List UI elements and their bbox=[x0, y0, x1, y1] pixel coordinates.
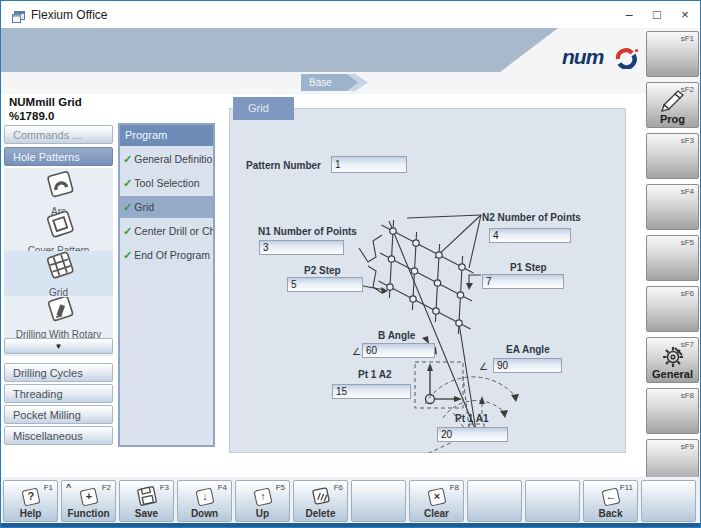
b-angle-input[interactable]: 60 bbox=[362, 343, 435, 358]
b-angle-label: B Angle bbox=[378, 330, 415, 341]
down-button[interactable]: F4 ↓ Down bbox=[177, 480, 232, 522]
arrow-down-icon: ↓ bbox=[195, 488, 214, 507]
delete-button[interactable]: F6 Delete bbox=[293, 480, 348, 522]
help-button[interactable]: F1 ? Help bbox=[3, 480, 58, 522]
check-icon: ✓ bbox=[123, 153, 132, 165]
minimize-icon[interactable]: – bbox=[615, 1, 643, 28]
pattern-number-label: Pattern Number bbox=[246, 160, 321, 171]
ea-angle-label: EA Angle bbox=[506, 344, 550, 355]
program-step-end-of-program[interactable]: ✓End Of Program bbox=[120, 244, 213, 266]
hole-patterns-button[interactable]: Hole Patterns bbox=[4, 147, 113, 166]
pattern-arc[interactable]: Arc bbox=[4, 170, 113, 216]
program-step-center-drill[interactable]: ✓Center Drill or Ch bbox=[120, 220, 213, 242]
eraser-icon bbox=[294, 486, 347, 506]
program-step-grid[interactable]: ✓Grid bbox=[120, 196, 213, 218]
num-logo-text: num bbox=[562, 45, 603, 69]
pt1-a1-input[interactable]: 20 bbox=[437, 427, 508, 442]
tab-grid[interactable]: Grid bbox=[233, 97, 294, 120]
program-step-general-definition[interactable]: ✓General Definitio bbox=[120, 148, 213, 170]
softkey-sf1[interactable]: sF1 bbox=[646, 31, 699, 77]
question-icon: ? bbox=[21, 488, 40, 507]
pattern-grid[interactable]: Grid bbox=[4, 251, 113, 296]
check-icon: ✓ bbox=[123, 201, 132, 213]
pt1-a1-label: Pt 1 A1 bbox=[455, 413, 489, 424]
grid-icon bbox=[42, 269, 76, 286]
breadcrumb[interactable]: Base bbox=[301, 74, 358, 91]
p2-step-label: P2 Step bbox=[304, 265, 341, 276]
sidebar-item-pocket-milling[interactable]: Pocket Milling bbox=[4, 405, 113, 424]
toolbar-button-f12[interactable] bbox=[641, 480, 696, 522]
program-panel: Program ✓General Definitio ✓Tool Selecti… bbox=[118, 123, 215, 447]
n1-points-label: N1 Number of Points bbox=[258, 226, 357, 237]
arrow-up-icon: ↑ bbox=[253, 488, 272, 507]
softkey-sf6[interactable]: sF6 bbox=[646, 286, 699, 332]
toolbar-button-f7[interactable] bbox=[351, 480, 406, 522]
app-window: Flexium Office – □ × num Base NUMmill Gr… bbox=[0, 0, 701, 528]
sidebar-item-threading[interactable]: Threading bbox=[4, 384, 113, 403]
save-button[interactable]: F3 Save bbox=[119, 480, 174, 522]
arc-icon bbox=[42, 188, 76, 205]
pattern-drilling-rotary[interactable]: Drilling With Rotary bbox=[4, 297, 113, 337]
window-bottom-edge bbox=[1, 523, 700, 528]
toolbar-button-f9[interactable] bbox=[467, 480, 522, 522]
pt1-a2-input[interactable]: 15 bbox=[332, 384, 411, 399]
function-button[interactable]: F2 ^ + Function bbox=[61, 480, 116, 522]
chevron-down-icon: ▼ bbox=[55, 342, 63, 351]
num-logo-icon bbox=[615, 47, 639, 73]
sidebar-item-drilling-cycles[interactable]: Drilling Cycles bbox=[4, 363, 113, 382]
check-icon: ✓ bbox=[123, 249, 132, 261]
softkey-sf5[interactable]: sF5 bbox=[646, 235, 699, 281]
check-icon: ✓ bbox=[123, 177, 132, 189]
angle-icon: ∠ bbox=[352, 346, 361, 357]
n1-points-input[interactable]: 3 bbox=[259, 240, 344, 255]
program-panel-title: Program bbox=[120, 125, 213, 146]
plus-icon: + bbox=[79, 488, 98, 507]
pt1-a2-label: Pt 1 A2 bbox=[358, 369, 392, 380]
program-number: %1789.0 bbox=[9, 110, 54, 122]
n2-points-input[interactable]: 4 bbox=[489, 228, 571, 243]
app-icon bbox=[12, 9, 25, 27]
softkey-sf2-prog[interactable]: sF2 Prog bbox=[646, 82, 699, 128]
p1-step-input[interactable]: 7 bbox=[482, 274, 564, 289]
up-button[interactable]: F5 ↑ Up bbox=[235, 480, 290, 522]
ea-angle-input[interactable]: 90 bbox=[493, 358, 562, 373]
floppy-icon bbox=[120, 486, 173, 506]
close-icon[interactable]: × bbox=[671, 1, 699, 28]
check-icon: ✓ bbox=[123, 225, 132, 237]
cover-pattern-icon bbox=[42, 227, 76, 244]
maximize-icon[interactable]: □ bbox=[643, 1, 671, 28]
angle-icon: ∠ bbox=[479, 361, 488, 372]
clear-button[interactable]: F8 × Clear bbox=[409, 480, 464, 522]
window-title: Flexium Office bbox=[31, 8, 107, 22]
program-name: NUMmill Grid bbox=[9, 96, 82, 108]
softkey-sf8[interactable]: sF8 bbox=[646, 388, 699, 434]
p2-step-input[interactable]: 5 bbox=[287, 277, 363, 292]
pattern-number-input[interactable]: 1 bbox=[331, 156, 407, 173]
pattern-cover[interactable]: Cover Pattern bbox=[4, 211, 113, 253]
header-band bbox=[1, 28, 558, 72]
p1-step-label: P1 Step bbox=[510, 262, 547, 273]
drilling-rotary-icon bbox=[42, 311, 76, 328]
commands-button[interactable]: Commands ... bbox=[4, 125, 113, 144]
titlebar: Flexium Office – □ × bbox=[1, 1, 700, 28]
softkey-sf4[interactable]: sF4 bbox=[646, 184, 699, 230]
back-button[interactable]: F11 ← Back bbox=[583, 480, 638, 522]
program-step-tool-selection[interactable]: ✓Tool Selection bbox=[120, 172, 213, 194]
softkey-sf7-general[interactable]: sF7 General bbox=[646, 337, 699, 383]
arrow-left-icon: ← bbox=[601, 488, 620, 507]
softkey-sf3[interactable]: sF3 bbox=[646, 133, 699, 179]
cross-icon: × bbox=[427, 488, 446, 507]
toolbar-button-f10[interactable] bbox=[525, 480, 580, 522]
sidebar-item-miscellaneous[interactable]: Miscellaneous bbox=[4, 426, 113, 445]
more-patterns-button[interactable]: ▼ bbox=[4, 338, 113, 354]
n2-points-label: N2 Number of Points bbox=[482, 212, 581, 223]
